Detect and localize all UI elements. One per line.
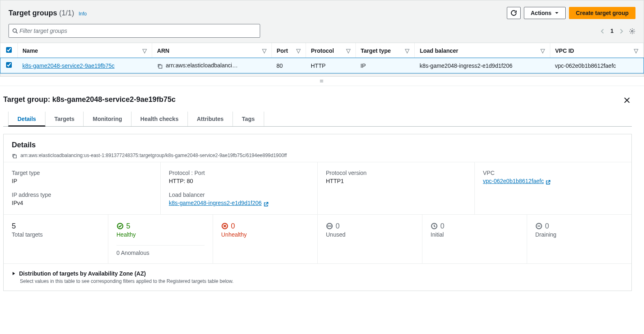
- close-icon: [624, 97, 630, 103]
- total-targets-label: Total targets: [12, 231, 100, 238]
- svg-rect-2: [159, 65, 162, 69]
- sort-icon: ▽: [405, 47, 409, 54]
- info-link[interactable]: Info: [79, 11, 87, 17]
- draining-value: 0: [545, 222, 549, 231]
- row-checkbox[interactable]: [6, 62, 12, 68]
- copy-arn-button[interactable]: [12, 153, 17, 159]
- copy-icon: [12, 153, 17, 159]
- tab-monitoring[interactable]: Monitoring: [84, 112, 131, 126]
- svg-rect-3: [13, 155, 16, 158]
- copy-arn-button[interactable]: [157, 62, 163, 69]
- ip-address-type-label: IP address type: [12, 192, 152, 198]
- vpc-link[interactable]: vpc-062e0b1b8612faefc: [483, 178, 544, 184]
- unhealthy-label: Unhealthy: [221, 231, 309, 238]
- chevron-left-icon: [601, 28, 605, 34]
- port-cell: 80: [271, 58, 306, 73]
- pagination: 1: [601, 27, 635, 34]
- healthy-label: Healthy: [116, 231, 205, 238]
- refresh-button[interactable]: [507, 7, 521, 19]
- distribution-title: Distribution of targets by Availability …: [19, 270, 146, 277]
- tab-targets[interactable]: Targets: [45, 112, 84, 126]
- search-input-wrap[interactable]: [9, 24, 260, 38]
- unhealthy-value: 0: [231, 222, 235, 231]
- sort-icon: ▽: [142, 47, 147, 54]
- draining-label: Draining: [535, 231, 623, 238]
- table-row[interactable]: k8s-game2048-service2-9ae19fb75c arn:aws…: [0, 58, 644, 73]
- column-protocol[interactable]: Protocol▽: [306, 43, 355, 58]
- unused-value: 0: [336, 222, 340, 231]
- chevron-down-icon: [555, 11, 559, 15]
- full-arn: arn:aws:elasticloadbalancing:us-east-1:8…: [20, 153, 286, 158]
- detail-panel: Target group: k8s-game2048-service2-9ae1…: [0, 86, 644, 303]
- sort-icon: ▽: [262, 47, 267, 54]
- svg-point-9: [331, 226, 331, 226]
- protocol-version-label: Protocol version: [326, 170, 466, 176]
- select-all-checkbox[interactable]: [6, 47, 12, 53]
- load-balancer-label: Load balancer: [169, 192, 309, 198]
- distribution-expander[interactable]: Distribution of targets by Availability …: [12, 270, 623, 277]
- close-detail-button[interactable]: [622, 93, 632, 106]
- tab-health-checks[interactable]: Health checks: [131, 112, 188, 126]
- settings-button[interactable]: [629, 27, 635, 34]
- column-arn[interactable]: ARN▽: [152, 43, 272, 58]
- column-name[interactable]: Name▽: [17, 43, 152, 58]
- title-text: Target groups: [9, 9, 57, 17]
- next-page-button[interactable]: [619, 28, 623, 34]
- vpc-id-cell: vpc-062e0b1b8612faefc: [550, 58, 644, 73]
- chevron-right-icon: [619, 28, 623, 34]
- tab-details[interactable]: Details: [8, 112, 45, 127]
- svg-point-8: [329, 226, 330, 226]
- detail-tabs: Details Targets Monitoring Health checks…: [3, 112, 632, 127]
- initial-value: 0: [440, 222, 444, 231]
- details-card: Details arn:aws:elasticloadbalancing:us-…: [3, 134, 632, 291]
- column-target-type[interactable]: Target type▽: [355, 43, 415, 58]
- copy-icon: [157, 63, 163, 69]
- search-icon: [12, 28, 18, 34]
- refresh-icon: [510, 10, 517, 16]
- unhealthy-icon: [221, 222, 228, 230]
- draining-icon: [535, 222, 543, 230]
- title-count: (1/1): [59, 9, 74, 17]
- svg-point-0: [13, 29, 17, 32]
- total-targets-value: 5: [12, 222, 100, 231]
- actions-button[interactable]: Actions: [524, 7, 566, 19]
- page-title: Target groups (1/1) Info: [9, 9, 87, 17]
- initial-label: Initial: [431, 231, 519, 238]
- card-title: Details: [12, 141, 623, 149]
- healthy-value: 5: [126, 222, 130, 231]
- column-port[interactable]: Port▽: [271, 43, 306, 58]
- unused-icon: [326, 222, 333, 230]
- create-target-group-button[interactable]: Create target group: [569, 7, 635, 19]
- external-link-icon: [263, 200, 269, 207]
- distribution-desc: Select values in this table to see corre…: [20, 278, 623, 284]
- sort-icon: ▽: [346, 47, 351, 54]
- column-load-balancer[interactable]: Load balancer▽: [415, 43, 550, 58]
- column-vpc-id[interactable]: VPC ID▽: [550, 43, 644, 58]
- tab-tags[interactable]: Tags: [233, 112, 264, 126]
- sort-icon: ▽: [296, 47, 301, 54]
- protocol-port-label: Protocol : Port: [169, 170, 309, 176]
- prev-page-button[interactable]: [601, 28, 605, 34]
- anomalous-count: 0 Anomalous: [116, 245, 205, 256]
- target-groups-table: Name▽ ARN▽ Port▽ Protocol▽ Target type▽ …: [0, 43, 644, 73]
- external-link-icon: [545, 179, 551, 185]
- target-group-name-link[interactable]: k8s-game2048-service2-9ae19fb75c: [22, 62, 114, 69]
- target-type-label: Target type: [12, 170, 152, 176]
- sort-icon: ▽: [541, 47, 545, 54]
- target-type-value: IP: [12, 178, 152, 184]
- page-number: 1: [610, 28, 614, 34]
- target-groups-panel: Target groups (1/1) Info Actions Create …: [0, 0, 644, 77]
- detail-title: Target group: k8s-game2048-service2-9ae1…: [3, 95, 176, 104]
- tab-attributes[interactable]: Attributes: [188, 112, 233, 126]
- caret-right-icon: [12, 272, 16, 276]
- healthy-icon: [116, 222, 124, 230]
- protocol-cell: HTTP: [306, 58, 355, 73]
- panel-splitter[interactable]: =: [0, 77, 644, 86]
- search-input[interactable]: [18, 26, 256, 36]
- protocol-version-value: HTTP1: [326, 178, 466, 184]
- load-balancer-link[interactable]: k8s-game2048-ingress2-e1d9d1f206: [169, 200, 262, 206]
- vpc-label: VPC: [483, 170, 623, 176]
- load-balancer-cell: k8s-game2048-ingress2-e1d9d1f206: [415, 58, 550, 73]
- ip-address-type-value: IPv4: [12, 200, 152, 206]
- svg-point-1: [631, 30, 633, 32]
